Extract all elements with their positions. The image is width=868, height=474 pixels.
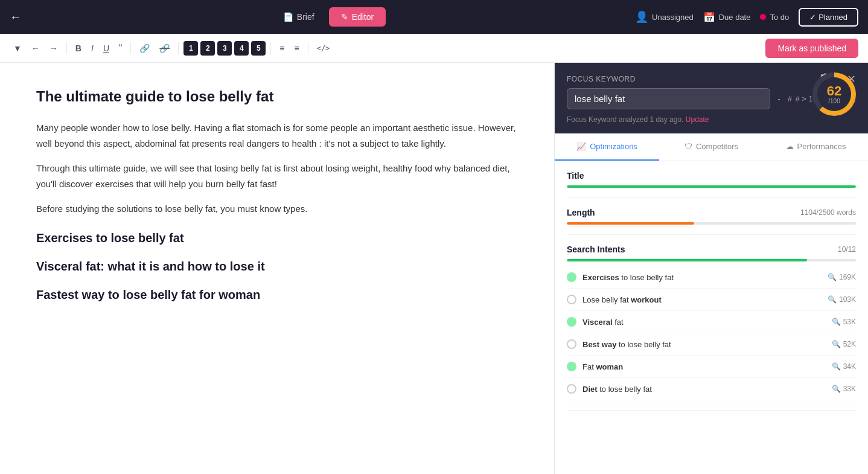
intent-text-2: Lose belly fat workout xyxy=(582,295,662,304)
intent-text-5: Fat woman xyxy=(582,362,623,371)
due-date-pill[interactable]: 📅 Due date xyxy=(703,11,751,23)
divider-1 xyxy=(66,42,67,54)
title-section: Title xyxy=(567,161,856,198)
back-button[interactable]: ← xyxy=(10,10,22,24)
main-area: The ultimate guide to lose belly fat Man… xyxy=(0,63,868,474)
nav-tabs: 📄 Brief ✎ Editor xyxy=(31,7,625,27)
intent-dot-icon xyxy=(567,339,576,349)
search-icon: 🔍 xyxy=(832,385,841,393)
divider-2 xyxy=(130,42,131,54)
redo-btn[interactable]: → xyxy=(46,41,62,56)
intent-left-6: Diet to lose belly fat xyxy=(567,384,652,394)
score-max: /100 xyxy=(828,98,840,104)
title-progress-bar xyxy=(567,185,856,188)
intent-dot-icon xyxy=(567,317,576,327)
planned-button[interactable]: ✓ Planned xyxy=(799,8,858,27)
unlink-btn[interactable]: 🔗 xyxy=(156,41,173,56)
intents-progress-bar xyxy=(567,259,807,261)
intent-search-2: 🔍 103K xyxy=(828,295,856,304)
heading-visceral: Visceral fat: what it is and how to lose… xyxy=(36,260,518,274)
tab-competitors[interactable]: 🛡 Competitors xyxy=(659,133,764,161)
intent-left-4: Best way to lose belly fat xyxy=(567,339,671,349)
check-icon: ✓ xyxy=(809,13,816,22)
heading1-btn[interactable]: 1 xyxy=(183,41,198,56)
heading2-btn[interactable]: 2 xyxy=(200,41,215,56)
title-section-label: Title xyxy=(567,171,584,181)
assignee-pill[interactable]: 👤 Unassigned xyxy=(635,10,694,24)
divider-5 xyxy=(308,42,308,54)
chart-icon: 📈 xyxy=(576,142,586,151)
search-intents-label: Search Intents xyxy=(567,245,625,254)
title-progress-container xyxy=(567,185,856,188)
search-intents-count: 10/12 xyxy=(838,245,856,254)
focus-keyword-label: Focus Keyword xyxy=(567,75,856,83)
mark-published-button[interactable]: Mark as published xyxy=(765,39,858,58)
length-section-header: Length 1104/2500 words xyxy=(567,208,856,217)
link-btn[interactable]: 🔗 xyxy=(136,41,153,56)
tab-optimizations[interactable]: 📈 Optimizations xyxy=(555,133,659,161)
tab-brief[interactable]: 📄 Brief xyxy=(271,7,327,27)
list-item: Exercises to lose belly fat 🔍 169K xyxy=(567,266,856,289)
heading5-btn[interactable]: 5 xyxy=(251,41,266,56)
intent-left-5: Fat woman xyxy=(567,362,623,371)
keyword-header: 📋 ✕ Focus Keyword - # # > 100 🔍 33K xyxy=(555,63,868,133)
undo-btn[interactable]: ← xyxy=(28,41,43,56)
keyword-analyzed: Focus Keyword analyzed 1 day ago. Update xyxy=(567,115,856,124)
intent-search-6: 🔍 33K xyxy=(832,385,856,393)
score-circle: 62 /100 xyxy=(812,72,856,116)
intent-search-4: 🔍 52K xyxy=(832,340,856,348)
list-item: Diet to lose belly fat 🔍 33K xyxy=(567,378,856,400)
article-title: The ultimate guide to lose belly fat xyxy=(36,87,518,106)
intent-search-1: 🔍 169K xyxy=(828,273,856,281)
intent-text-4: Best way to lose belly fat xyxy=(582,340,671,349)
intent-list: Exercises to lose belly fat 🔍 169K Lose … xyxy=(567,266,856,400)
search-icon: 🔍 xyxy=(832,340,841,348)
tab-performances[interactable]: ☁ Performances xyxy=(764,133,868,161)
score-inner: 62 /100 xyxy=(817,77,851,111)
length-section-label: Length xyxy=(567,208,595,217)
status-pill[interactable]: To do xyxy=(760,13,789,22)
underline-btn[interactable]: U xyxy=(100,41,113,56)
intent-left-3: Visceral fat xyxy=(567,317,624,327)
keyword-input[interactable] xyxy=(567,88,770,109)
search-icon: 🔍 xyxy=(832,362,841,371)
title-section-header: Title xyxy=(567,171,856,181)
heading3-btn[interactable]: 3 xyxy=(217,41,232,56)
bold-btn[interactable]: B xyxy=(72,41,85,56)
ordered-list-btn[interactable]: ≡ xyxy=(276,41,288,56)
intent-dot-icon xyxy=(567,384,576,394)
dropdown-btn[interactable]: ▼ xyxy=(10,41,25,56)
brief-icon: 📄 xyxy=(283,12,293,22)
performance-icon: ☁ xyxy=(786,142,794,151)
heading-fastest: Fastest way to lose belly fat for woman xyxy=(36,288,518,302)
heading-exercises: Exercises to lose belly fat xyxy=(36,231,518,245)
search-intents-section: Search Intents 10/12 Exercises to lose b… xyxy=(567,235,856,411)
heading4-btn[interactable]: 4 xyxy=(234,41,249,56)
update-link[interactable]: Update xyxy=(686,115,709,124)
divider-4 xyxy=(270,42,271,54)
editor-area[interactable]: The ultimate guide to lose belly fat Man… xyxy=(0,63,554,474)
paragraph-3: Before studying the solutions to lose be… xyxy=(36,201,518,217)
search-icon: 🔍 xyxy=(832,318,841,326)
score-value: 62 xyxy=(827,85,841,98)
intent-text-6: Diet to lose belly fat xyxy=(582,385,652,394)
italic-btn[interactable]: I xyxy=(88,41,97,56)
list-item: Visceral fat 🔍 53K xyxy=(567,311,856,333)
intent-left-2: Lose belly fat workout xyxy=(567,295,662,304)
calendar-icon: 📅 xyxy=(703,11,715,23)
editor-toolbar: ▼ ← → B I U “ 🔗 🔗 1 2 3 4 5 ≡ ≡ </> Mark… xyxy=(0,34,868,63)
intents-progress-container xyxy=(567,259,856,261)
top-navigation: ← 📄 Brief ✎ Editor 👤 Unassigned 📅 Due da… xyxy=(0,0,868,34)
intent-text-1: Exercises to lose belly fat xyxy=(582,273,674,282)
unordered-list-btn[interactable]: ≡ xyxy=(291,41,303,56)
length-progress-container xyxy=(567,222,856,225)
intent-dot-icon xyxy=(567,272,576,282)
keyword-dash: - xyxy=(777,94,780,103)
quote-btn[interactable]: “ xyxy=(115,40,126,56)
list-item: Best way to lose belly fat 🔍 52K xyxy=(567,333,856,356)
intent-dot-icon xyxy=(567,295,576,304)
user-icon: 👤 xyxy=(635,10,648,24)
tab-editor[interactable]: ✎ Editor xyxy=(329,7,386,27)
code-btn[interactable]: </> xyxy=(313,42,334,55)
panel-tabs: 📈 Optimizations 🛡 Competitors ☁ Performa… xyxy=(555,133,868,161)
